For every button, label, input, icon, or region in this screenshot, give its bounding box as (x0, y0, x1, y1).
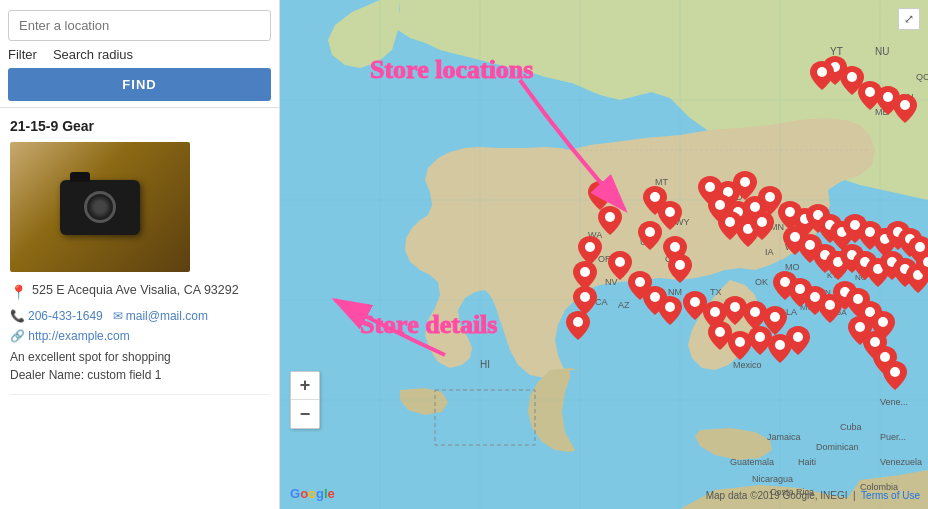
zoom-in-button[interactable]: + (291, 372, 319, 400)
search-section: Filter Search radius FIND (0, 0, 279, 108)
svg-point-83 (765, 192, 775, 202)
svg-point-128 (775, 340, 785, 350)
svg-text:CA: CA (595, 297, 608, 307)
store-description: An excellent spot for shopping Dealer Na… (10, 348, 269, 384)
phone-number: 206-433-1649 (28, 309, 103, 323)
svg-point-82 (750, 202, 760, 212)
svg-text:Jamaica: Jamaica (767, 432, 801, 442)
filter-label: Filter (8, 47, 37, 62)
camera-top (70, 172, 90, 182)
svg-point-110 (795, 284, 805, 294)
svg-text:LA: LA (786, 307, 797, 317)
store-card: 21-15-9 Gear 📍 525 E Acequia Ave Visalia… (10, 118, 269, 395)
svg-point-129 (793, 332, 803, 342)
svg-point-86 (757, 217, 767, 227)
svg-point-136 (573, 317, 583, 327)
svg-point-71 (615, 257, 625, 267)
svg-text:Vene...: Vene... (880, 397, 908, 407)
svg-text:Venezuela: Venezuela (880, 457, 922, 467)
store-contacts: 📞 206-433-1649 ✉ mail@mail.com (10, 309, 269, 323)
svg-point-74 (645, 227, 655, 237)
filter-row: Filter Search radius (8, 47, 271, 62)
address-text: 525 E Acequia Ave Visalia, CA 93292 (32, 282, 239, 300)
description-text: An excellent spot for shopping (10, 348, 269, 366)
store-url: 🔗 http://example.com (10, 328, 269, 343)
svg-point-133 (890, 367, 900, 377)
svg-point-72 (650, 192, 660, 202)
left-panel: Filter Search radius FIND 21-15-9 Gear 📍… (0, 0, 280, 509)
zoom-out-button[interactable]: − (291, 400, 319, 428)
svg-text:NU: NU (875, 46, 889, 57)
location-input[interactable] (8, 10, 271, 41)
svg-text:QC: QC (916, 72, 928, 82)
svg-point-80 (715, 200, 725, 210)
email-address: mail@mail.com (126, 309, 208, 323)
svg-point-120 (690, 297, 700, 307)
fullscreen-button[interactable]: ⤢ (898, 8, 920, 30)
svg-point-134 (580, 267, 590, 277)
email-link[interactable]: ✉ mail@mail.com (113, 309, 208, 323)
camera-body (60, 180, 140, 235)
svg-point-124 (770, 312, 780, 322)
svg-point-119 (665, 302, 675, 312)
svg-point-92 (850, 220, 860, 230)
website-link[interactable]: 🔗 http://example.com (10, 329, 130, 343)
svg-text:Dominican: Dominican (816, 442, 859, 452)
svg-point-131 (870, 337, 880, 347)
store-image (10, 142, 190, 272)
svg-point-99 (805, 240, 815, 250)
svg-point-117 (635, 277, 645, 287)
map-area: YT NU MB ON QC MT ND SD WY UT CO NM TX O… (280, 0, 928, 509)
svg-point-69 (605, 212, 615, 222)
svg-text:Nicaragua: Nicaragua (752, 474, 793, 484)
svg-point-87 (785, 207, 795, 217)
svg-point-123 (750, 307, 760, 317)
svg-text:NM: NM (668, 287, 682, 297)
search-radius-label: Search radius (53, 47, 133, 62)
svg-text:Puer...: Puer... (880, 432, 906, 442)
svg-point-93 (865, 227, 875, 237)
svg-point-126 (735, 337, 745, 347)
find-button[interactable]: FIND (8, 68, 271, 101)
svg-text:YT: YT (830, 46, 843, 57)
svg-text:Cuba: Cuba (840, 422, 862, 432)
svg-point-70 (585, 242, 595, 252)
svg-point-125 (715, 327, 725, 337)
svg-point-112 (825, 300, 835, 310)
url-text: http://example.com (28, 329, 129, 343)
phone-link[interactable]: 📞 206-433-1649 (10, 309, 103, 323)
store-name: 21-15-9 Gear (10, 118, 269, 134)
map-svg: YT NU MB ON QC MT ND SD WY UT CO NM TX O… (280, 0, 928, 509)
link-icon: 🔗 (10, 329, 25, 343)
svg-point-75 (670, 242, 680, 252)
svg-point-118 (650, 292, 660, 302)
svg-point-116 (878, 317, 888, 327)
terms-link[interactable]: Terms of Use (861, 490, 920, 501)
svg-point-97 (915, 242, 925, 252)
svg-point-77 (705, 182, 715, 192)
svg-point-79 (740, 177, 750, 187)
svg-point-130 (855, 322, 865, 332)
camera-bg (10, 142, 190, 272)
svg-point-122 (730, 302, 740, 312)
svg-point-132 (880, 352, 890, 362)
store-address: 📍 525 E Acequia Ave Visalia, CA 93292 (10, 282, 269, 303)
email-icon: ✉ (113, 309, 123, 323)
svg-point-84 (725, 217, 735, 227)
svg-point-67 (900, 100, 910, 110)
svg-text:Haiti: Haiti (798, 457, 816, 467)
svg-text:IA: IA (765, 247, 774, 257)
svg-text:Guatemala: Guatemala (730, 457, 774, 467)
store-list: 21-15-9 Gear 📍 525 E Acequia Ave Visalia… (0, 108, 279, 509)
svg-text:MO: MO (785, 262, 800, 272)
camera-lens (84, 191, 116, 223)
custom-field-text: Dealer Name: custom field 1 (10, 366, 269, 384)
svg-text:NV: NV (605, 277, 618, 287)
svg-point-109 (780, 277, 790, 287)
svg-point-65 (865, 87, 875, 97)
svg-text:TX: TX (710, 287, 722, 297)
location-pin-icon: 📍 (10, 283, 27, 303)
google-logo: Google (290, 486, 335, 501)
svg-text:AZ: AZ (618, 300, 630, 310)
svg-point-73 (665, 207, 675, 217)
